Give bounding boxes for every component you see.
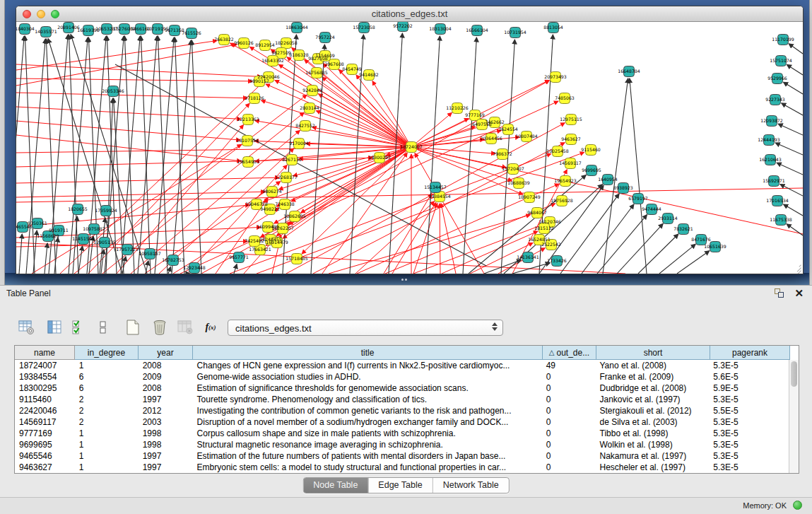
network-node[interactable] bbox=[532, 208, 543, 218]
network-node[interactable] bbox=[168, 255, 179, 266]
network-edge[interactable] bbox=[78, 246, 83, 274]
network-edge[interactable] bbox=[234, 264, 237, 274]
network-node[interactable] bbox=[20, 24, 30, 35]
table-scrollbar[interactable] bbox=[789, 360, 799, 473]
panel-splitter-handle[interactable] bbox=[401, 279, 411, 283]
column-header-name[interactable]: name bbox=[15, 346, 75, 360]
new-table-icon[interactable] bbox=[123, 318, 143, 337]
network-node[interactable] bbox=[267, 187, 278, 197]
network-edge[interactable] bbox=[677, 251, 710, 274]
network-edge[interactable] bbox=[141, 36, 151, 274]
network-edge[interactable] bbox=[69, 35, 78, 274]
network-node[interactable] bbox=[102, 24, 112, 35]
network-node[interactable] bbox=[776, 56, 787, 66]
network-node[interactable] bbox=[633, 194, 644, 204]
column-header-in_degree[interactable]: in_degree bbox=[75, 346, 139, 360]
network-node[interactable] bbox=[486, 134, 497, 144]
network-edge[interactable] bbox=[789, 44, 803, 54]
network-node[interactable] bbox=[767, 116, 777, 127]
network-node[interactable] bbox=[280, 199, 290, 210]
unselect-all-icon[interactable] bbox=[93, 318, 113, 337]
network-edge[interactable] bbox=[16, 64, 261, 76]
table-row[interactable]: 946554611997Estimation of the future num… bbox=[15, 450, 789, 462]
select-columns-icon[interactable] bbox=[45, 318, 65, 337]
network-edge[interactable] bbox=[25, 36, 35, 274]
table-row[interactable]: 969969511998Structural magnetic resonanc… bbox=[15, 439, 789, 450]
network-node[interactable] bbox=[587, 165, 597, 176]
column-header-title[interactable]: title bbox=[193, 346, 543, 360]
network-edge[interactable] bbox=[271, 49, 411, 147]
network-node[interactable] bbox=[242, 136, 253, 146]
network-node[interactable] bbox=[294, 50, 305, 61]
network-edge[interactable] bbox=[180, 101, 558, 274]
network-node[interactable] bbox=[498, 149, 508, 160]
function-builder-icon[interactable]: f(x) bbox=[201, 318, 220, 337]
network-edge[interactable] bbox=[16, 205, 249, 227]
network-node[interactable] bbox=[510, 28, 521, 38]
network-node[interactable] bbox=[294, 139, 305, 149]
network-edge[interactable] bbox=[19, 234, 22, 274]
network-node[interactable] bbox=[772, 74, 783, 84]
network-edge[interactable] bbox=[498, 248, 545, 274]
table-row[interactable]: 1456911722003Disruption of a novel membe… bbox=[15, 416, 789, 428]
table-row[interactable]: 977716911998Corpus callosum shape and si… bbox=[15, 428, 789, 439]
network-node[interactable] bbox=[290, 211, 300, 222]
network-node[interactable] bbox=[41, 27, 52, 37]
network-edge[interactable] bbox=[172, 40, 191, 274]
network-edge[interactable] bbox=[780, 185, 803, 196]
network-node[interactable] bbox=[503, 124, 514, 135]
network-node[interactable] bbox=[89, 224, 100, 235]
network-node[interactable] bbox=[524, 192, 535, 203]
network-node[interactable] bbox=[710, 242, 721, 252]
network-edge[interactable] bbox=[782, 103, 803, 115]
network-node[interactable] bbox=[73, 204, 83, 215]
delete-table-icon[interactable] bbox=[150, 318, 170, 337]
network-edge[interactable] bbox=[115, 64, 486, 266]
network-node[interactable] bbox=[772, 196, 783, 206]
network-node[interactable] bbox=[263, 222, 273, 233]
float-panel-icon[interactable] bbox=[775, 288, 785, 298]
network-node[interactable] bbox=[764, 135, 775, 146]
network-node[interactable] bbox=[375, 153, 385, 163]
table-row[interactable]: 1830029562008Estimation of significance … bbox=[15, 382, 789, 394]
network-node[interactable] bbox=[522, 132, 532, 142]
network-edge[interactable] bbox=[638, 234, 678, 274]
network-node[interactable] bbox=[320, 33, 331, 43]
network-node[interactable] bbox=[292, 254, 302, 264]
network-node[interactable] bbox=[560, 93, 570, 104]
network-node[interactable] bbox=[292, 23, 302, 33]
network-node[interactable] bbox=[219, 35, 230, 45]
network-edge[interactable] bbox=[617, 223, 663, 274]
network-node[interactable] bbox=[560, 176, 571, 187]
network-edge[interactable] bbox=[45, 243, 47, 274]
network-node[interactable] bbox=[523, 252, 534, 263]
network-node[interactable] bbox=[647, 204, 657, 215]
network-node[interactable] bbox=[287, 155, 298, 165]
network-node[interactable] bbox=[234, 252, 245, 263]
network-node[interactable] bbox=[430, 182, 441, 193]
network-node[interactable] bbox=[534, 235, 545, 245]
network-node[interactable] bbox=[566, 134, 577, 145]
network-node[interactable] bbox=[108, 86, 119, 97]
network-node[interactable] bbox=[243, 157, 254, 168]
network-node[interactable] bbox=[243, 115, 254, 125]
network-node[interactable] bbox=[406, 142, 417, 153]
network-node[interactable] bbox=[435, 24, 446, 35]
network-node[interactable] bbox=[268, 56, 278, 66]
network-node[interactable] bbox=[254, 76, 265, 87]
network-node[interactable] bbox=[136, 24, 146, 35]
table-row[interactable]: 1938455462009Genome-wide association stu… bbox=[15, 371, 789, 382]
network-node[interactable] bbox=[364, 70, 375, 81]
network-node[interactable] bbox=[187, 28, 197, 39]
network-node[interactable] bbox=[320, 51, 331, 62]
network-node[interactable] bbox=[153, 24, 163, 35]
table-row[interactable]: 1872400712008Changes of HCN gene express… bbox=[15, 360, 789, 371]
network-node[interactable] bbox=[663, 214, 673, 224]
network-edge[interactable] bbox=[560, 194, 619, 274]
network-edge[interactable] bbox=[778, 124, 803, 135]
network-edge[interactable] bbox=[168, 267, 171, 274]
network-node[interactable] bbox=[359, 23, 370, 33]
network-node[interactable] bbox=[281, 173, 292, 183]
network-node[interactable] bbox=[624, 66, 635, 77]
network-canvas[interactable]: 1840304140355712089140616619398106532871… bbox=[16, 22, 803, 274]
